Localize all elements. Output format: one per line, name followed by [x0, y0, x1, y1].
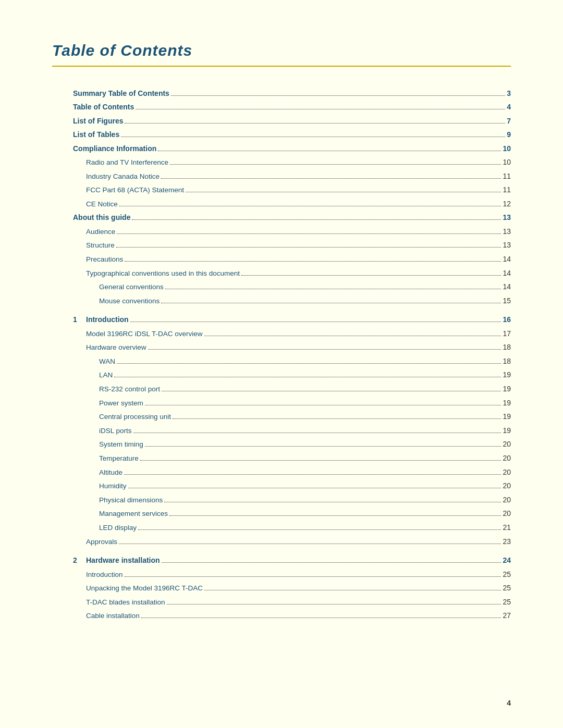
chapter-number: 2	[73, 554, 86, 566]
toc-entry-label: Precautions	[86, 254, 123, 265]
toc-entry-label: Cable installation	[86, 610, 140, 622]
toc-entry-label: Management services	[99, 508, 168, 520]
chapter-page-number: 16	[503, 314, 511, 325]
toc-page-number: 12	[503, 198, 511, 209]
toc-entry: Introduction25	[73, 569, 511, 581]
toc-entry: Radio and TV Interference10	[73, 156, 511, 168]
toc-page-number: 19	[503, 397, 511, 409]
toc-page-number: 13	[503, 239, 511, 251]
toc-dots	[241, 275, 501, 276]
toc-entry-label: Radio and TV Interference	[86, 157, 168, 168]
toc-entry-label: About this guide	[73, 212, 130, 223]
toc-entry: Industry Canada Notice11	[73, 170, 511, 182]
toc-entry-label: LED display	[99, 522, 137, 534]
toc-entry: Management services20	[73, 508, 511, 520]
toc-page-number: 20	[503, 508, 511, 519]
toc-entry-label: T-DAC blades installation	[86, 597, 165, 608]
toc-entry-label: Temperature	[99, 453, 139, 464]
toc-entry: Audience13	[73, 226, 511, 238]
toc-entry: Humidity20	[73, 480, 511, 492]
toc-page-number: 25	[503, 596, 511, 608]
toc-entry-label: System timing	[99, 439, 143, 450]
toc-entry: Power system19	[73, 397, 511, 409]
toc-page-number: 19	[503, 369, 511, 380]
toc-entry-label: Humidity	[99, 480, 127, 492]
toc-dots	[169, 515, 501, 516]
toc-dots	[124, 474, 501, 475]
toc-page-number: 13	[503, 212, 511, 223]
toc-page-number: 27	[503, 610, 511, 621]
toc-dots	[138, 529, 501, 530]
toc-container: Summary Table of Contents3Table of Conte…	[52, 88, 511, 629]
toc-entry: System timing20	[73, 438, 511, 450]
toc-page-number: 18	[503, 355, 511, 367]
toc-dots	[125, 576, 501, 577]
toc-entry-label: Model 3196RC iDSL T-DAC overview	[86, 328, 203, 340]
toc-entry-label: Industry Canada Notice	[86, 171, 160, 182]
toc-entry: Structure13	[73, 239, 511, 251]
toc-page-number: 21	[503, 522, 511, 533]
toc-entry: T-DAC blades installation25	[73, 596, 511, 608]
toc-entry: LED display21	[73, 522, 511, 534]
toc-entry: Typographical conventions used in this d…	[73, 267, 511, 279]
toc-entry-label: Central processing unit	[99, 411, 171, 423]
page: Table of Contents Summary Table of Conte…	[0, 0, 563, 728]
toc-entry-label: Physical dimensions	[99, 495, 163, 506]
toc-page-number: 19	[503, 383, 511, 394]
page-number: 4	[507, 699, 511, 707]
toc-entry-label: Unpacking the Model 3196RC T-DAC	[86, 583, 203, 594]
toc-entry: CE Notice12	[73, 198, 511, 210]
toc-entry: General conventions14	[73, 281, 511, 293]
title-divider	[52, 66, 511, 67]
chapter-entries: 1Introduction16Model 3196RC iDSL T-DAC o…	[73, 314, 511, 629]
toc-dots	[145, 405, 501, 405]
toc-entry-label: FCC Part 68 (ACTA) Statement	[86, 184, 184, 196]
toc-entry-label: Compliance Information	[73, 143, 156, 154]
page-title: Table of Contents	[52, 42, 511, 59]
toc-dots	[161, 303, 501, 303]
toc-entry-label: RS-232 control port	[99, 384, 160, 395]
toc-page-number: 11	[503, 170, 511, 182]
toc-entry: Central processing unit19	[73, 411, 511, 423]
toc-dots	[167, 604, 501, 604]
toc-entry-label: CE Notice	[86, 199, 118, 210]
toc-page-number: 4	[507, 101, 511, 113]
toc-dots	[121, 137, 505, 137]
toc-dots	[140, 460, 501, 461]
toc-page-number: 15	[503, 295, 511, 306]
chapter-number: 1	[73, 314, 86, 325]
toc-entry-label: Mouse conventions	[99, 295, 160, 307]
toc-entry: Altitude20	[73, 466, 511, 478]
toc-dots	[158, 151, 501, 151]
toc-entry-label: WAN	[99, 356, 115, 367]
toc-page-number: 20	[503, 466, 511, 478]
toc-entry: Temperature20	[73, 452, 511, 464]
toc-entry: Approvals23	[73, 536, 511, 548]
chapter-page-number: 24	[503, 554, 511, 566]
toc-dots	[186, 192, 501, 192]
toc-entry-label: General conventions	[99, 281, 164, 293]
toc-entry: About this guide13	[73, 212, 511, 223]
toc-page-number: 17	[503, 328, 511, 339]
toc-dots	[133, 433, 501, 433]
toc-entry-label: Approvals	[86, 536, 117, 548]
toc-dots	[204, 590, 501, 590]
toc-dots	[132, 219, 501, 220]
toc-page-number: 3	[507, 88, 511, 99]
toc-entry: FCC Part 68 (ACTA) Statement11	[73, 184, 511, 196]
toc-dots	[114, 377, 501, 377]
toc-page-number: 13	[503, 226, 511, 237]
toc-dots	[164, 502, 501, 502]
chapter-label: Introduction	[86, 314, 129, 325]
toc-dots	[117, 363, 501, 364]
top-entries: Summary Table of Contents3Table of Conte…	[73, 88, 511, 306]
chapter-heading: 2Hardware installation24	[73, 554, 511, 566]
toc-dots	[161, 178, 501, 179]
chapter-heading: 1Introduction16	[73, 314, 511, 325]
toc-entry: WAN18	[73, 355, 511, 367]
toc-entry-label: List of Tables	[73, 129, 119, 140]
toc-entry-label: Hardware overview	[86, 342, 146, 353]
toc-entry: Table of Contents4	[73, 101, 511, 113]
toc-entry: Compliance Information10	[73, 143, 511, 154]
toc-page-number: 18	[503, 341, 511, 353]
